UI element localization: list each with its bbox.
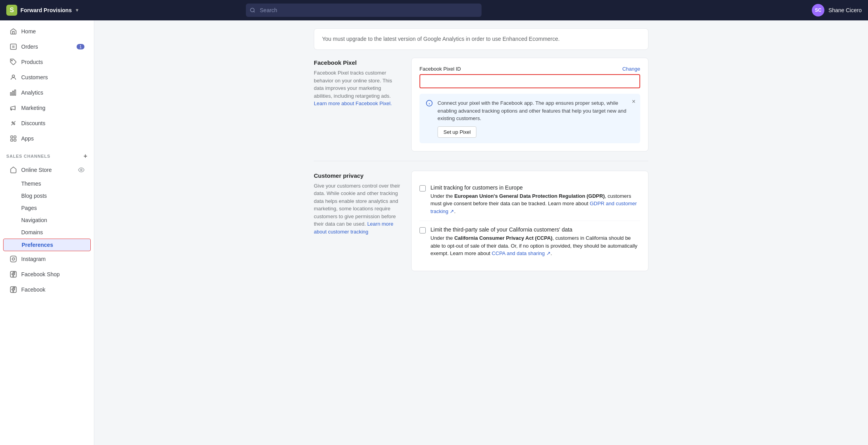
orders-icon — [9, 43, 17, 51]
info-box-close-icon[interactable]: × — [632, 98, 635, 105]
sidebar-item-facebook-label: Facebook — [21, 286, 45, 293]
sidebar-sub-preferences[interactable]: Preferences — [3, 239, 91, 251]
notice-text: You must upgrade to the latest version o… — [322, 36, 560, 42]
sidebar-item-customers-label: Customers — [21, 74, 48, 80]
section-divider — [314, 161, 648, 161]
facebook-pixel-title: Facebook Pixel — [314, 59, 400, 66]
sidebar-item-customers[interactable]: Customers — [3, 70, 91, 85]
svg-rect-8 — [13, 91, 14, 95]
customer-privacy-desc: Give your customers control over their d… — [314, 182, 400, 236]
apps-icon — [9, 135, 17, 142]
instagram-icon — [9, 255, 17, 263]
online-store-icon — [9, 166, 17, 174]
customers-icon — [9, 73, 17, 81]
brand-name: Forward Provisions — [20, 7, 72, 13]
eye-icon[interactable] — [78, 167, 84, 173]
pixel-info-text: Connect your pixel with the Facebook app… — [438, 100, 626, 121]
sidebar-item-analytics-label: Analytics — [21, 89, 43, 96]
sidebar-item-online-store[interactable]: Online Store — [3, 162, 91, 177]
gdpr-title: Limit tracking for customers in Europe — [430, 184, 640, 191]
pixel-id-field-label: Facebook Pixel ID Change — [419, 66, 640, 72]
search-icon — [250, 7, 255, 13]
topnav-right: SC Shane Cicero — [812, 4, 862, 16]
svg-point-0 — [250, 8, 254, 12]
discounts-icon — [9, 119, 17, 127]
sidebar-item-apps-label: Apps — [21, 135, 34, 142]
sidebar-item-orders-label: Orders — [21, 44, 38, 50]
ccpa-item: Limit the third-party sale of your Calif… — [419, 221, 640, 263]
svg-line-1 — [253, 11, 255, 13]
sidebar-item-discounts-label: Discounts — [21, 120, 45, 126]
facebook-icon — [9, 286, 17, 294]
sidebar-item-discounts[interactable]: Discounts — [3, 116, 91, 131]
ccpa-checkbox[interactable] — [419, 227, 426, 233]
svg-rect-15 — [11, 139, 13, 141]
sidebar-item-home-label: Home — [21, 28, 36, 35]
sidebar-item-marketing-label: Marketing — [21, 105, 45, 111]
sidebar-item-facebook[interactable]: Facebook — [3, 282, 91, 297]
pixel-info-box: Connect your pixel with the Facebook app… — [419, 94, 640, 143]
sidebar-item-home[interactable]: Home — [3, 24, 91, 39]
marketing-icon — [9, 104, 17, 112]
analytics-icon — [9, 89, 17, 97]
customer-privacy-card: Limit tracking for customers in Europe U… — [411, 171, 648, 271]
pixel-id-input[interactable] — [419, 74, 640, 88]
sidebar: Home Orders 1 Products — [0, 20, 94, 445]
ccpa-desc: Under the California Consumer Privacy Ac… — [430, 234, 640, 257]
svg-point-17 — [81, 169, 82, 171]
setup-pixel-button[interactable]: Set up Pixel — [438, 126, 476, 138]
facebook-pixel-desc: Facebook Pixel tracks customer behavior … — [314, 69, 400, 108]
topnav: S Forward Provisions ▾ SC Shane Cicero — [0, 0, 868, 20]
info-icon — [426, 100, 433, 107]
customer-privacy-title: Customer privacy — [314, 172, 400, 179]
brand-button[interactable]: S Forward Provisions ▾ — [6, 5, 78, 16]
shopify-logo: S — [6, 5, 17, 16]
sidebar-item-instagram-label: Instagram — [21, 256, 46, 262]
sidebar-sub-pages[interactable]: Pages — [3, 202, 91, 214]
svg-rect-2 — [11, 44, 16, 49]
sidebar-item-apps[interactable]: Apps — [3, 131, 91, 146]
svg-rect-16 — [14, 139, 16, 141]
add-channel-icon[interactable]: + — [84, 153, 88, 160]
svg-point-5 — [11, 60, 12, 61]
facebook-pixel-learn-more-link[interactable]: Learn more about Facebook Pixel. — [314, 100, 392, 106]
sales-channels-label: SALES CHANNELS + — [0, 146, 94, 162]
products-icon — [9, 58, 17, 66]
notice-card: You must upgrade to the latest version o… — [314, 28, 648, 50]
svg-rect-18 — [11, 256, 16, 262]
sidebar-item-facebook-shop[interactable]: Facebook Shop — [3, 267, 91, 282]
username-label: Shane Cicero — [828, 7, 862, 13]
gdpr-checkbox[interactable] — [419, 185, 426, 191]
sidebar-item-orders[interactable]: Orders 1 — [3, 39, 91, 54]
facebook-pixel-label-col: Facebook Pixel Facebook Pixel tracks cus… — [314, 58, 400, 151]
sidebar-item-products-label: Products — [21, 59, 43, 65]
sidebar-sub-blog-posts[interactable]: Blog posts — [3, 190, 91, 202]
ccpa-link[interactable]: CCPA and data sharing ↗ — [492, 250, 551, 256]
sidebar-item-products[interactable]: Products — [3, 55, 91, 69]
change-link[interactable]: Change — [622, 66, 640, 72]
svg-point-11 — [14, 124, 15, 125]
avatar[interactable]: SC — [812, 4, 824, 16]
svg-point-20 — [15, 257, 15, 258]
main-content: You must upgrade to the latest version o… — [94, 20, 868, 445]
customer-privacy-section: Customer privacy Give your customers con… — [314, 171, 648, 271]
home-icon — [9, 27, 17, 35]
online-store-label: Online Store — [21, 167, 52, 173]
svg-point-19 — [12, 258, 15, 260]
sidebar-item-instagram[interactable]: Instagram — [3, 252, 91, 266]
sidebar-sub-navigation[interactable]: Navigation — [3, 214, 91, 226]
sidebar-item-analytics[interactable]: Analytics — [3, 85, 91, 100]
facebook-shop-icon — [9, 270, 17, 278]
customer-privacy-label-col: Customer privacy Give your customers con… — [314, 171, 400, 271]
svg-rect-14 — [14, 136, 16, 138]
sidebar-item-marketing[interactable]: Marketing — [3, 100, 91, 115]
svg-rect-9 — [15, 90, 16, 95]
sidebar-sub-domains[interactable]: Domains — [3, 226, 91, 238]
facebook-pixel-card: Facebook Pixel ID Change Connect your pi… — [411, 58, 648, 151]
sidebar-sub-themes[interactable]: Themes — [3, 178, 91, 190]
search-input[interactable] — [246, 4, 482, 17]
orders-badge: 1 — [77, 44, 84, 49]
svg-rect-13 — [11, 136, 13, 138]
svg-point-6 — [12, 75, 15, 77]
svg-point-10 — [12, 122, 13, 123]
